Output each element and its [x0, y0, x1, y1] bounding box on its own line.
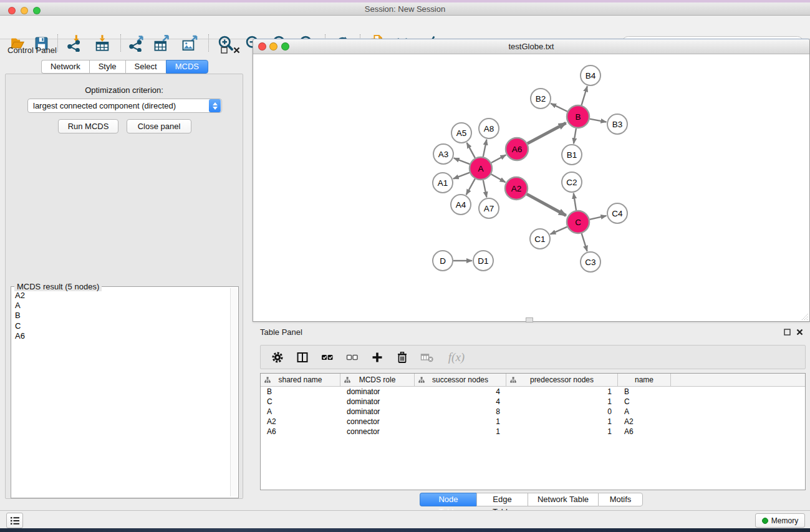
mcds-result-item[interactable]: A6 [12, 331, 229, 341]
table-row[interactable]: A2connector11A2 [261, 417, 805, 427]
tab-style[interactable]: Style [89, 60, 125, 74]
tab-motifs[interactable]: Motifs [598, 493, 643, 506]
edge-C-C4[interactable] [590, 216, 607, 220]
edge-B-B3[interactable] [590, 119, 607, 122]
table-options-button[interactable] [269, 350, 286, 365]
tab-node-table[interactable]: Node Table [420, 493, 476, 506]
resize-grip-icon[interactable] [801, 312, 809, 321]
column-header-name[interactable]: name [618, 374, 671, 386]
table-tabs: Node TableEdge TableNetwork TableMotifs [253, 493, 810, 506]
table-row[interactable]: Bdominator41B [261, 387, 805, 397]
tab-mcds[interactable]: MCDS [166, 60, 208, 74]
table-row[interactable]: A6connector11A6 [261, 427, 805, 437]
memory-button[interactable]: Memory [755, 513, 805, 528]
column-header-MCDS-role[interactable]: MCDS role [340, 374, 415, 386]
table-cell[interactable]: C [261, 397, 340, 407]
application-window: Session: New Session [0, 0, 810, 532]
table-cell[interactable]: A [261, 407, 340, 417]
table-cell[interactable]: 1 [506, 417, 618, 427]
table-cell[interactable]: 4 [415, 397, 506, 407]
split-divider-handle[interactable] [526, 317, 533, 322]
table-cell[interactable]: C [618, 397, 671, 407]
plus-icon [371, 351, 383, 364]
close-panel-icon[interactable] [233, 46, 241, 54]
edge-A-A4[interactable] [466, 179, 475, 195]
table-panel-title: Table Panel [260, 327, 302, 337]
deselect-all-columns-button[interactable] [344, 350, 360, 365]
table-cell[interactable]: 1 [506, 387, 618, 397]
table-cell[interactable]: 1 [506, 427, 618, 437]
edge-A-A1[interactable] [453, 173, 470, 179]
edge-B-B4[interactable] [582, 86, 587, 105]
delete-table-button[interactable] [419, 350, 435, 365]
mcds-result-item[interactable]: B [12, 311, 229, 321]
table-cell[interactable]: A2 [261, 417, 340, 427]
network-graph: AA1A2A3A4A5A6A7A8BB1B2B3B4CC1C2C3C4DD1 [254, 55, 809, 321]
status-bar: Memory [0, 510, 810, 528]
optimization-criterion-select[interactable]: largest connected component (directed) [27, 99, 222, 113]
network-canvas[interactable]: AA1A2A3A4A5A6A7A8BB1B2B3B4CC1C2C3C4DD1 [254, 55, 809, 321]
node-table: shared nameMCDS rolesuccessor nodesprede… [260, 373, 806, 490]
table-cell[interactable]: A [618, 407, 671, 417]
tab-select[interactable]: Select [125, 60, 166, 74]
run-mcds-button[interactable]: Run MCDS [58, 119, 118, 133]
table-cell[interactable]: dominator [340, 397, 415, 407]
table-cell[interactable]: dominator [340, 407, 415, 417]
close-table-panel-icon[interactable] [796, 328, 804, 336]
float-table-panel-icon[interactable] [783, 328, 791, 336]
edge-B-B1[interactable] [574, 128, 576, 143]
node-label-A5: A5 [456, 128, 467, 138]
table-row[interactable]: Adominator80A [261, 407, 805, 417]
column-header-successor-nodes[interactable]: successor nodes [415, 374, 506, 386]
edge-A2-C[interactable] [527, 194, 566, 215]
tab-network-table[interactable]: Network Table [528, 493, 598, 506]
show-column-panel-button[interactable] [294, 350, 311, 365]
table-cell[interactable]: dominator [340, 387, 415, 397]
delete-column-button[interactable] [394, 350, 410, 365]
edge-A6-B[interactable] [528, 123, 566, 143]
table-cell[interactable]: 8 [415, 407, 506, 417]
float-panel-icon[interactable] [220, 46, 228, 54]
mcds-result-item[interactable]: C [12, 321, 229, 331]
edge-C-C1[interactable] [550, 227, 567, 235]
edge-A-A7[interactable] [483, 180, 487, 198]
column-label: successor nodes [432, 375, 488, 384]
table-cell[interactable]: connector [340, 417, 415, 427]
edge-A-A8[interactable] [483, 140, 487, 157]
table-cell[interactable]: connector [340, 427, 415, 437]
edge-B-B2[interactable] [551, 104, 567, 112]
select-all-columns-button[interactable] [319, 350, 335, 365]
edge-A-A5[interactable] [467, 143, 475, 158]
table-cell[interactable]: 1 [415, 427, 506, 437]
edge-C-C2[interactable] [574, 193, 576, 210]
table-cell[interactable]: 1 [415, 417, 506, 427]
table-cell[interactable]: 4 [415, 387, 506, 397]
table-row[interactable]: Cdominator41C [261, 397, 805, 407]
result-scrollbar[interactable] [230, 288, 237, 496]
function-builder-button[interactable]: f(x) [444, 350, 469, 365]
column-header-shared-name[interactable]: shared name [261, 374, 340, 386]
edge-C-C3[interactable] [582, 233, 587, 251]
table-cell[interactable]: 1 [506, 397, 618, 407]
edge-A-A2[interactable] [491, 174, 506, 182]
tab-network[interactable]: Network [41, 60, 89, 74]
trash-icon [396, 351, 408, 364]
table-cell[interactable]: 0 [506, 407, 618, 417]
create-column-button[interactable] [369, 350, 385, 365]
edge-A-A6[interactable] [491, 155, 506, 163]
table-cell[interactable]: A6 [618, 427, 671, 437]
edge-A-A3[interactable] [454, 158, 470, 164]
column-header-predecessor-nodes[interactable]: predecessor nodes [506, 374, 618, 386]
tab-edge-table[interactable]: Edge Table [476, 493, 528, 506]
gear-icon [271, 351, 284, 364]
network-window: testGlobe.txt AA1A2A3A4A5A6A7A8BB1B2B3B4… [253, 39, 810, 322]
table-toolbar: f(x) [260, 345, 806, 369]
mcds-result-item[interactable]: A2 [12, 291, 229, 301]
mcds-result-item[interactable]: A [12, 301, 229, 311]
table-cell[interactable]: A6 [261, 427, 340, 437]
table-cell[interactable]: A2 [618, 417, 671, 427]
table-cell[interactable]: B [618, 387, 671, 397]
table-cell[interactable]: B [261, 387, 340, 397]
task-history-button[interactable] [6, 513, 23, 528]
close-panel-button[interactable]: Close panel [127, 119, 191, 133]
